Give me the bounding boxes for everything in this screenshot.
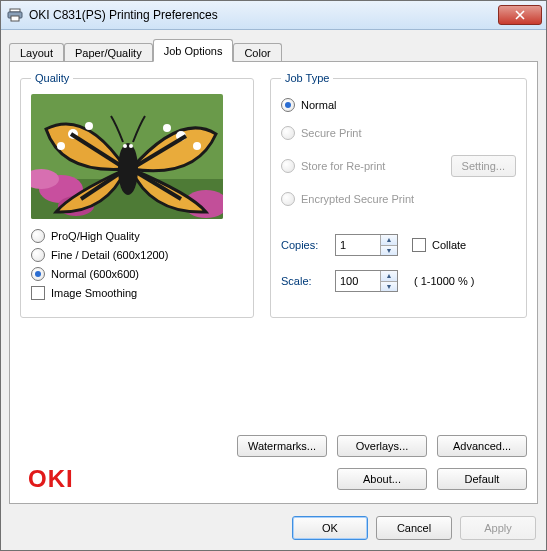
overlays-button[interactable]: Overlays...	[337, 435, 427, 457]
apply-button: Apply	[460, 516, 536, 540]
quality-radio-normal[interactable]: Normal (600x600)	[31, 267, 243, 281]
quality-preview-image	[31, 94, 223, 219]
radio-icon	[281, 159, 295, 173]
job-type-setting-button: Setting...	[451, 155, 516, 177]
quality-group: Quality	[20, 72, 254, 318]
checkbox-icon	[31, 286, 45, 300]
spinner-down-icon[interactable]: ▼	[381, 281, 397, 292]
ok-button[interactable]: OK	[292, 516, 368, 540]
tab-paper-quality[interactable]: Paper/Quality	[64, 43, 153, 62]
spinner-down-icon[interactable]: ▼	[381, 245, 397, 256]
svg-rect-2	[11, 16, 19, 21]
advanced-button[interactable]: Advanced...	[437, 435, 527, 457]
dialog-window: OKI C831(PS) Printing Preferences Layout…	[0, 0, 547, 551]
job-type-radio-normal[interactable]: Normal	[281, 98, 516, 112]
spinner-arrows: ▲ ▼	[380, 235, 397, 255]
svg-point-13	[193, 142, 201, 150]
svg-point-11	[57, 142, 65, 150]
radio-icon	[31, 229, 45, 243]
svg-point-17	[129, 144, 133, 148]
image-smoothing-label: Image Smoothing	[51, 287, 137, 299]
svg-point-10	[85, 122, 93, 130]
job-type-radio-secure[interactable]: Secure Print	[281, 126, 516, 140]
job-type-radio-normal-label: Normal	[301, 99, 336, 111]
job-type-radio-secure-label: Secure Print	[301, 127, 362, 139]
quality-legend: Quality	[31, 72, 73, 84]
copies-spinner[interactable]: ▲ ▼	[335, 234, 398, 256]
tab-color[interactable]: Color	[233, 43, 281, 62]
window-title: OKI C831(PS) Printing Preferences	[29, 8, 498, 22]
spinner-arrows: ▲ ▼	[380, 271, 397, 291]
tab-layout[interactable]: Layout	[9, 43, 64, 62]
job-type-legend: Job Type	[281, 72, 333, 84]
radio-icon	[281, 192, 295, 206]
quality-radio-fine-label: Fine / Detail (600x1200)	[51, 249, 168, 261]
titlebar: OKI C831(PS) Printing Preferences	[1, 1, 546, 30]
scale-range-note: ( 1-1000 % )	[414, 275, 475, 287]
radio-icon	[281, 126, 295, 140]
close-icon	[515, 10, 525, 20]
scale-input[interactable]	[336, 271, 380, 291]
tab-strip: Layout Paper/Quality Job Options Color	[9, 38, 538, 61]
spinner-up-icon[interactable]: ▲	[381, 235, 397, 245]
svg-point-15	[118, 143, 138, 195]
tab-job-options[interactable]: Job Options	[153, 39, 234, 62]
default-button[interactable]: Default	[437, 468, 527, 490]
brand-logo: OKI	[28, 465, 337, 493]
collate-label: Collate	[432, 239, 466, 251]
checkbox-icon	[412, 238, 426, 252]
quality-radio-normal-label: Normal (600x600)	[51, 268, 139, 280]
job-type-radio-store[interactable]: Store for Re-print	[281, 159, 385, 173]
job-type-group: Job Type Normal Secure Print Store for R…	[270, 72, 527, 318]
scale-label: Scale:	[281, 275, 327, 287]
collate-checkbox[interactable]: Collate	[412, 238, 466, 252]
quality-radio-proq[interactable]: ProQ/High Quality	[31, 229, 243, 243]
dialog-button-bar: OK Cancel Apply	[1, 510, 546, 550]
copies-label: Copies:	[281, 239, 327, 251]
job-type-radio-encrypted-label: Encrypted Secure Print	[301, 193, 414, 205]
scale-spinner[interactable]: ▲ ▼	[335, 270, 398, 292]
watermarks-button[interactable]: Watermarks...	[237, 435, 327, 457]
printer-icon	[7, 7, 23, 23]
radio-icon	[31, 248, 45, 262]
radio-icon	[281, 98, 295, 112]
copies-input[interactable]	[336, 235, 380, 255]
close-button[interactable]	[498, 5, 542, 25]
svg-point-14	[163, 124, 171, 132]
svg-point-16	[123, 144, 127, 148]
radio-icon	[31, 267, 45, 281]
tab-pane-job-options: Quality	[9, 61, 538, 504]
about-button[interactable]: About...	[337, 468, 427, 490]
job-type-radio-store-label: Store for Re-print	[301, 160, 385, 172]
spinner-up-icon[interactable]: ▲	[381, 271, 397, 281]
quality-radio-fine[interactable]: Fine / Detail (600x1200)	[31, 248, 243, 262]
quality-radio-proq-label: ProQ/High Quality	[51, 230, 140, 242]
image-smoothing-checkbox[interactable]: Image Smoothing	[31, 286, 243, 300]
job-type-radio-encrypted[interactable]: Encrypted Secure Print	[281, 192, 516, 206]
cancel-button[interactable]: Cancel	[376, 516, 452, 540]
